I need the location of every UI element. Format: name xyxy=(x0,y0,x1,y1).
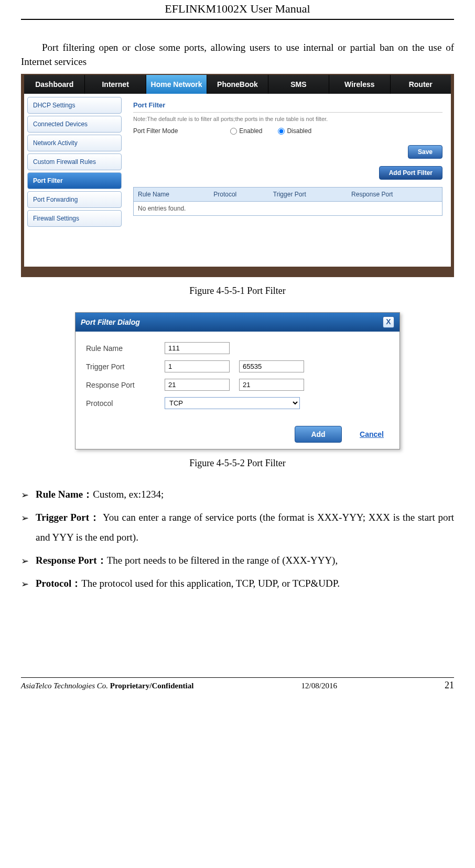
intro-paragraph: Port filtering open or close some ports,… xyxy=(21,41,454,69)
col-response-port: Response Port xyxy=(347,188,442,202)
figure-caption-1: Figure 4-5-5-1 Port Filter xyxy=(21,285,454,296)
top-nav: Dashboard Internet Home Network PhoneBoo… xyxy=(24,75,451,94)
rule-name-input[interactable] xyxy=(165,342,230,354)
page-footer: AsiaTelco Technologies Co. Proprietary/C… xyxy=(21,677,454,691)
sidebar: DHCP Settings Connected Devices Network … xyxy=(24,94,125,267)
radio-enabled[interactable]: Enabled xyxy=(230,127,262,135)
tab-router[interactable]: Router xyxy=(391,75,451,94)
model-code: EFLINKM1002X xyxy=(165,2,247,15)
sidebar-item-dhcp[interactable]: DHCP Settings xyxy=(27,97,122,114)
rules-table: Rule Name Protocol Trigger Port Response… xyxy=(133,187,442,216)
radio-disabled[interactable]: Disabled xyxy=(278,127,311,135)
panel-note: Note:The default rule is to filter all p… xyxy=(133,116,442,122)
close-icon[interactable]: X xyxy=(383,316,394,328)
doc-title-rest: User Manual xyxy=(247,2,310,15)
col-rule-name: Rule Name xyxy=(134,188,210,202)
mode-label: Port Filter Mode xyxy=(133,127,178,135)
def-rule-name: Rule Name：Custom, ex:1234; xyxy=(36,485,454,504)
def-protocol: Protocol：The protocol used for this appl… xyxy=(36,574,454,594)
sidebar-item-network-activity[interactable]: Network Activity xyxy=(27,135,122,151)
response-port-to-input[interactable] xyxy=(239,379,304,391)
save-button[interactable]: Save xyxy=(408,145,442,159)
tab-wireless[interactable]: Wireless xyxy=(329,75,390,94)
footer-date: 12/08/2016 xyxy=(301,682,337,690)
bullet-icon: ➢ xyxy=(21,508,36,547)
tab-home-network[interactable]: Home Network xyxy=(146,75,207,94)
tab-internet[interactable]: Internet xyxy=(85,75,146,94)
col-protocol: Protocol xyxy=(209,188,269,202)
panel-title: Port Filter xyxy=(133,98,442,113)
bullet-icon: ➢ xyxy=(21,485,36,504)
dialog-title-text: Port Filter Dialog xyxy=(81,318,140,326)
tab-dashboard[interactable]: Dashboard xyxy=(24,75,85,94)
footer-confidential: Proprietary/Confidential xyxy=(110,682,194,690)
protocol-select[interactable]: TCP xyxy=(165,397,300,409)
document-header: EFLINKM1002X User Manual xyxy=(21,0,454,20)
dialog-cancel-link[interactable]: Cancel xyxy=(360,430,384,438)
def-trigger-port: Trigger Port： You can enter a range of s… xyxy=(36,508,454,547)
tab-sms[interactable]: SMS xyxy=(268,75,329,94)
radio-disabled-input[interactable] xyxy=(278,128,285,135)
tab-phonebook[interactable]: PhoneBook xyxy=(207,75,268,94)
col-trigger-port: Trigger Port xyxy=(269,188,347,202)
radio-disabled-label: Disabled xyxy=(287,127,311,135)
sidebar-item-port-forwarding[interactable]: Port Forwarding xyxy=(27,191,122,208)
screenshot-port-filter: Dashboard Internet Home Network PhoneBoo… xyxy=(21,74,454,277)
bullet-icon: ➢ xyxy=(21,551,36,570)
sidebar-item-firewall-settings[interactable]: Firewall Settings xyxy=(27,210,122,227)
port-filter-dialog: Port Filter Dialog X Rule Name Trigger P… xyxy=(75,312,400,449)
trigger-port-to-input[interactable] xyxy=(239,360,304,372)
trigger-port-from-input[interactable] xyxy=(165,360,230,372)
protocol-label: Protocol xyxy=(86,399,165,408)
intro-text: Port filtering open or close some ports,… xyxy=(21,42,454,67)
sidebar-item-firewall-rules[interactable]: Custom Firewall Rules xyxy=(27,153,122,170)
footer-company: AsiaTelco Technologies Co. xyxy=(21,682,110,690)
rule-name-label: Rule Name xyxy=(86,344,165,353)
main-panel: Port Filter Note:The default rule is to … xyxy=(125,94,451,267)
trigger-port-label: Trigger Port xyxy=(86,362,165,371)
response-port-label: Response Port xyxy=(86,381,165,389)
response-port-from-input[interactable] xyxy=(165,379,230,391)
table-empty-msg: No entries found. xyxy=(134,202,442,216)
bullet-icon: ➢ xyxy=(21,574,36,594)
figure-caption-2: Figure 4-5-5-2 Port Filter xyxy=(21,458,454,469)
dialog-add-button[interactable]: Add xyxy=(295,426,341,443)
radio-enabled-input[interactable] xyxy=(230,128,237,135)
sidebar-item-port-filter[interactable]: Port Filter xyxy=(27,172,122,189)
radio-enabled-label: Enabled xyxy=(239,127,262,135)
footer-page-number: 21 xyxy=(445,680,454,691)
def-response-port: Response Port：The port needs to be filte… xyxy=(36,551,454,570)
add-port-filter-button[interactable]: Add Port Filter xyxy=(379,166,442,180)
sidebar-item-connected[interactable]: Connected Devices xyxy=(27,116,122,133)
